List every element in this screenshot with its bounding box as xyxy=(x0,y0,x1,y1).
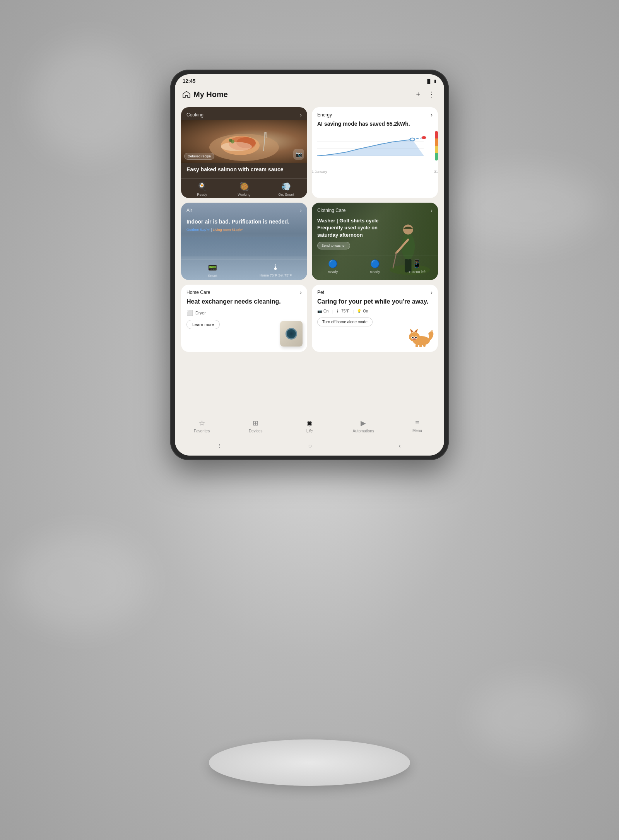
clothing-appliance-3[interactable]: 📱 1:10:00 left xyxy=(396,256,438,276)
devices-label: Devices xyxy=(249,429,263,433)
washer-2-icon: 🔵 xyxy=(370,259,380,268)
svg-point-31 xyxy=(415,337,417,338)
air-card-title: Air xyxy=(186,208,192,213)
pet-animal-visual xyxy=(406,326,435,349)
pet-device-thermostat: 🌡 75°F xyxy=(336,309,349,313)
cooking-card-header: Cooking › xyxy=(181,107,307,120)
home-button[interactable]: ○ xyxy=(300,440,320,452)
nav-life[interactable]: ◉ Life xyxy=(282,417,336,435)
svg-point-6 xyxy=(229,139,232,142)
turn-off-home-alone-button[interactable]: Turn off home alone mode xyxy=(317,318,373,326)
washer-2-label: Ready xyxy=(370,270,380,274)
bottom-nav: ☆ Favorites ⊞ Devices ◉ Life ▶ Automatio… xyxy=(175,414,444,437)
light-icon: 💡 xyxy=(357,309,361,313)
clothing-card-arrow: › xyxy=(431,207,433,213)
cooking-card[interactable]: Cooking › xyxy=(181,107,307,198)
outdoor-label: Outdoor 5㎍/㎥ xyxy=(186,228,210,232)
menu-button[interactable]: ⋮ xyxy=(426,89,436,100)
automations-label: Automations xyxy=(352,429,374,433)
add-button[interactable]: + xyxy=(414,89,422,100)
energy-chart xyxy=(312,130,438,169)
washer-window xyxy=(286,328,297,340)
energy-card-title: Energy xyxy=(317,112,332,118)
appliance-2-icon: 🥘 xyxy=(239,182,249,191)
washer-1-icon: 🔵 xyxy=(328,259,338,268)
air-appliances: 📟 Smart 🌡 Home 75°F Set 75°F xyxy=(181,260,307,280)
homecare-card-title: Home Care xyxy=(186,290,210,295)
detail-recipe-badge: Detailed recipe xyxy=(184,153,214,160)
app-header: My Home + ⋮ xyxy=(175,85,444,104)
favorites-icon: ☆ xyxy=(199,419,205,427)
energy-axis: 1 January 31 xyxy=(312,169,438,174)
air-card[interactable]: Air › Indoor air is bad. Purification is… xyxy=(181,203,307,280)
nav-menu[interactable]: ≡ Menu xyxy=(390,417,444,435)
page-title: My Home xyxy=(193,90,228,99)
clothing-content: Clothing Care › Washer | Golf shirts cyc… xyxy=(312,203,438,276)
pet-card[interactable]: Pet › Caring for your pet while you're a… xyxy=(312,285,438,352)
thermostat-icon: 🌡 xyxy=(336,309,340,313)
row-2: Air › Indoor air is bad. Purification is… xyxy=(181,203,438,280)
recents-button[interactable]: ⫶ xyxy=(210,440,229,452)
nav-devices[interactable]: ⊞ Devices xyxy=(229,417,282,435)
system-nav: ⫶ ○ ‹ xyxy=(175,437,444,456)
appliance-2[interactable]: 🥘 Working xyxy=(223,182,265,196)
energy-axis-start: 1 January xyxy=(312,170,327,174)
pet-device-camera: 📷 On xyxy=(317,309,328,313)
air-text-area: Indoor air is bad. Purification is neede… xyxy=(181,216,307,236)
nav-favorites[interactable]: ☆ Favorites xyxy=(175,417,229,435)
back-button[interactable]: ‹ xyxy=(391,440,408,452)
air-appliance-1[interactable]: 📟 Smart xyxy=(181,260,244,280)
signal-icon: ▐▌ xyxy=(426,79,432,84)
camera-icon: 📷 xyxy=(317,309,322,313)
appliance-3[interactable]: 💨 On, Smart xyxy=(265,182,307,196)
pet-card-title: Pet xyxy=(317,290,324,295)
camera-status: On xyxy=(323,309,328,313)
svg-point-23 xyxy=(409,332,420,341)
dryer-label: 1:10:00 left xyxy=(408,270,426,274)
appliance-1[interactable]: 🍳 Ready xyxy=(181,182,223,196)
clothing-appliance-1[interactable]: 🔵 Ready xyxy=(312,256,354,276)
dryer-device-name: Dryer xyxy=(195,311,206,315)
clothing-main-text: Washer | Golf shirts cycle Frequently us… xyxy=(317,217,381,239)
menu-label: Menu xyxy=(412,429,422,433)
svg-point-13 xyxy=(410,138,415,141)
battery-icon: ▮ xyxy=(434,79,436,84)
air-appliance-2-label: Home 75°F Set 75°F xyxy=(260,273,292,277)
energy-main-text: AI saving mode has saved 55.2kWh. xyxy=(312,120,438,130)
status-icons: ▐▌ ▮ xyxy=(426,79,436,84)
nav-automations[interactable]: ▶ Automations xyxy=(337,417,390,435)
washer-visual xyxy=(280,321,303,347)
pet-devices: 📷 On | 🌡 75°F | 💡 On xyxy=(317,309,433,314)
energy-card[interactable]: Energy › AI saving mode has saved 55.2kW… xyxy=(312,107,438,198)
dryer-device-icon: ⬜ xyxy=(186,310,193,316)
clothing-appliance-2[interactable]: 🔵 Ready xyxy=(354,256,396,276)
menu-icon: ≡ xyxy=(415,419,419,427)
clothing-care-card[interactable]: Clothing Care › Washer | Golf shirts cyc… xyxy=(312,203,438,280)
cooking-image: Detailed recipe 📷 xyxy=(181,120,307,163)
air-appliance-2[interactable]: 🌡 Home 75°F Set 75°F xyxy=(244,260,307,280)
life-icon: ◉ xyxy=(306,419,313,427)
homecare-main-text: Heat exchanger needs cleaning. xyxy=(186,298,302,306)
appliance-3-icon: 💨 xyxy=(281,182,291,191)
main-content: Cooking › xyxy=(175,104,444,414)
life-label: Life xyxy=(306,429,313,433)
learn-more-button[interactable]: Learn more xyxy=(186,320,220,329)
cooking-card-arrow: › xyxy=(300,112,302,118)
washer-1-label: Ready xyxy=(328,270,338,274)
clothing-text-area: Washer | Golf shirts cycle Frequently us… xyxy=(312,216,438,253)
svg-point-4 xyxy=(221,142,252,151)
clothing-card-title: Clothing Care xyxy=(317,208,345,213)
send-to-washer-button[interactable]: Send to washer xyxy=(317,242,350,249)
homecare-content: Heat exchanger needs cleaning. ⬜ Dryer L… xyxy=(181,298,307,352)
tablet-stand xyxy=(209,739,410,786)
air-appliance-1-label: Smart xyxy=(208,274,217,278)
clothing-appliances: 🔵 Ready 🔵 Ready 📱 1:10:00 left xyxy=(312,256,438,276)
svg-point-14 xyxy=(422,136,426,139)
pet-main-text: Caring for your pet while you're away. xyxy=(317,298,433,306)
header-actions: + ⋮ xyxy=(414,89,436,100)
homecare-card-header: Home Care › xyxy=(181,285,307,298)
homecare-card[interactable]: Home Care › Heat exchanger needs cleanin… xyxy=(181,285,307,352)
air-appliance-2-icon: 🌡 xyxy=(272,263,280,272)
air-main-text: Indoor air is bad. Purification is neede… xyxy=(186,218,302,226)
svg-point-30 xyxy=(412,337,414,338)
